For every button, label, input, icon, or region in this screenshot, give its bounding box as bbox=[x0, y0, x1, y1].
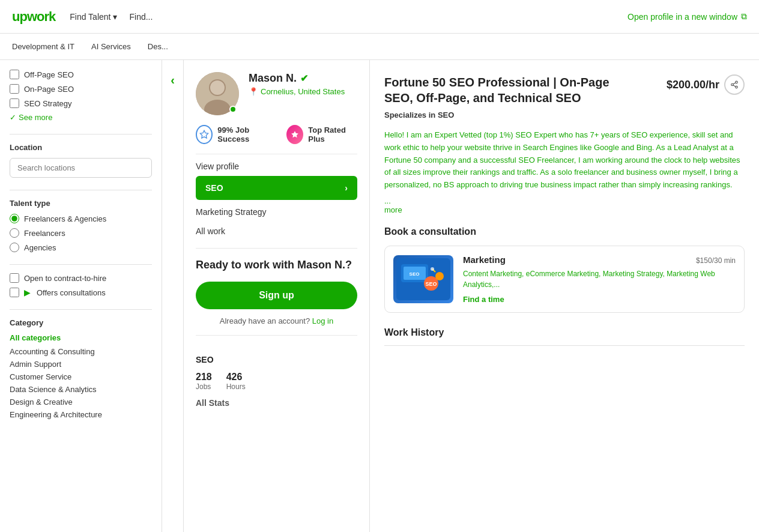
profile-name: Mason N. ✔ bbox=[249, 72, 357, 85]
consult-thumbnail: SEO SEO bbox=[393, 255, 453, 303]
svg-point-6 bbox=[736, 86, 738, 88]
open-profile-link[interactable]: Open profile in a new window ⧉ bbox=[627, 11, 747, 22]
all-stats-link[interactable]: All Stats bbox=[196, 398, 357, 408]
video-icon: ▶ bbox=[24, 288, 31, 297]
specializes: Specializes in SEO bbox=[384, 110, 745, 119]
profile-location: 📍 Cornelius, United States bbox=[249, 87, 357, 96]
all-work-link[interactable]: All work bbox=[196, 224, 357, 238]
svg-point-5 bbox=[731, 83, 734, 86]
contract-to-hire-checkbox[interactable]: Open to contract-to-hire bbox=[10, 273, 152, 283]
category-section: Category All categories Accounting & Con… bbox=[10, 318, 152, 419]
secondary-nav-design[interactable]: Des... bbox=[148, 42, 168, 51]
stats-row: 218 Jobs 426 Hours bbox=[196, 372, 357, 391]
talent-type-section: Talent type Freelancers & Agencies Freel… bbox=[10, 199, 152, 252]
on-page-seo-checkbox[interactable]: On-Page SEO bbox=[10, 84, 152, 94]
consult-price: $150/30 min bbox=[696, 255, 736, 265]
see-more-button[interactable]: ✓ See more bbox=[10, 113, 152, 122]
consultation-title: Book a consultation bbox=[384, 226, 745, 237]
stats-label: SEO bbox=[196, 355, 357, 364]
svg-point-4 bbox=[736, 81, 738, 83]
work-history-title: Work History bbox=[384, 327, 745, 346]
work-history-section: Work History bbox=[384, 327, 745, 346]
svg-text:SEO: SEO bbox=[410, 271, 420, 277]
secondary-nav-ai[interactable]: AI Services bbox=[91, 42, 131, 51]
main-layout: Off-Page SEO On-Page SEO SEO Strategy ✓ … bbox=[0, 60, 759, 532]
location-search-input[interactable] bbox=[10, 158, 152, 178]
chevron-right-icon: › bbox=[345, 183, 348, 193]
profile-nav: View profile SEO › Marketing Strategy Al… bbox=[196, 162, 357, 238]
svg-point-15 bbox=[435, 272, 444, 280]
contract-options-section: Open to contract-to-hire ▶ Offers consul… bbox=[10, 273, 152, 297]
ready-to-work-section: Ready to work with Mason N.? Sign up Alr… bbox=[196, 248, 357, 336]
back-icon[interactable]: ‹ bbox=[171, 73, 175, 87]
location-section: Location bbox=[10, 143, 152, 178]
secondary-nav-dev[interactable]: Development & IT bbox=[12, 42, 74, 51]
upwork-logo: upwork bbox=[12, 9, 55, 25]
consult-thumb-visual: SEO SEO bbox=[393, 255, 453, 303]
share-button[interactable] bbox=[724, 74, 745, 95]
location-pin-icon: 📍 bbox=[249, 87, 258, 96]
top-rated-icon bbox=[286, 125, 303, 144]
freelancers-radio[interactable]: Freelancers bbox=[10, 228, 152, 238]
avatar-wrap bbox=[196, 72, 239, 115]
profile-info: Mason N. ✔ 📍 Cornelius, United States bbox=[249, 72, 357, 96]
ready-title: Ready to work with Mason N.? bbox=[196, 258, 357, 272]
job-success-badge: 99% Job Success bbox=[196, 125, 274, 144]
off-page-seo-checkbox[interactable]: Off-Page SEO bbox=[10, 70, 152, 79]
signup-button[interactable]: Sign up bbox=[196, 282, 357, 309]
svg-text:SEO: SEO bbox=[425, 281, 437, 287]
secondary-nav: Development & IT AI Services Des... bbox=[0, 34, 759, 60]
overlay-container: ‹ bbox=[162, 60, 759, 532]
chevron-down-icon: ✓ bbox=[10, 113, 16, 122]
offers-consultations-checkbox[interactable]: ▶ Offers consultations bbox=[10, 288, 152, 297]
profile-panel: Mason N. ✔ 📍 Cornelius, United States bbox=[184, 60, 370, 532]
all-categories-header[interactable]: All categories bbox=[10, 333, 152, 342]
admin-category[interactable]: Admin Support bbox=[10, 360, 152, 369]
marketing-strategy-link[interactable]: Marketing Strategy bbox=[196, 205, 357, 219]
chevron-down-icon: ▾ bbox=[113, 12, 117, 22]
top-rated-badge: Top Rated Plus bbox=[286, 125, 357, 144]
profile-header: Mason N. ✔ 📍 Cornelius, United States bbox=[196, 72, 357, 115]
find-talent-nav[interactable]: Find Talent ▾ bbox=[70, 12, 117, 22]
left-sidebar: Off-Page SEO On-Page SEO SEO Strategy ✓ … bbox=[0, 60, 162, 532]
svg-point-3 bbox=[210, 80, 225, 95]
customer-service-category[interactable]: Customer Service bbox=[10, 372, 152, 381]
agencies-radio[interactable]: Agencies bbox=[10, 243, 152, 252]
verified-icon: ✔ bbox=[300, 73, 308, 84]
jobs-stat: 218 Jobs bbox=[196, 372, 212, 391]
category-title: Category bbox=[10, 318, 152, 327]
location-title: Location bbox=[10, 143, 152, 152]
login-section: Already have an account? Log in bbox=[196, 316, 357, 325]
freelancers-agencies-radio[interactable]: Freelancers & Agencies bbox=[10, 214, 152, 223]
engineering-category[interactable]: Engineering & Architecture bbox=[10, 410, 152, 419]
data-science-category[interactable]: Data Science & Analytics bbox=[10, 385, 152, 394]
design-creative-category[interactable]: Design & Creative bbox=[10, 397, 152, 407]
badges-row: 99% Job Success Top Rated Plus bbox=[196, 125, 357, 144]
bio-ellipsis: ... bbox=[384, 196, 745, 205]
svg-line-7 bbox=[733, 85, 736, 86]
find-time-button[interactable]: Find a time bbox=[463, 295, 736, 304]
freelancer-title-row: Fortune 50 SEO Professional | On-Page SE… bbox=[384, 74, 745, 106]
talent-type-title: Talent type bbox=[10, 199, 152, 208]
skills-section: Off-Page SEO On-Page SEO SEO Strategy ✓ … bbox=[10, 70, 152, 122]
bio-more-link[interactable]: more bbox=[384, 205, 745, 214]
find-nav[interactable]: Find... bbox=[129, 12, 153, 22]
consult-header: Marketing $150/30 min bbox=[463, 255, 736, 265]
svg-point-17 bbox=[431, 267, 434, 271]
svg-line-8 bbox=[733, 83, 736, 84]
freelancer-title: Fortune 50 SEO Professional | On-Page SE… bbox=[384, 74, 637, 106]
consult-info: Marketing $150/30 min Content Marketing,… bbox=[463, 255, 736, 304]
consultation-section: Book a consultation SEO SEO bbox=[384, 226, 745, 313]
consult-tags: Content Marketing, eCommerce Marketing, … bbox=[463, 268, 736, 290]
online-indicator bbox=[229, 106, 237, 113]
right-content: Fortune 50 SEO Professional | On-Page SE… bbox=[370, 60, 759, 532]
login-link[interactable]: Log in bbox=[312, 316, 333, 325]
hours-stat: 426 Hours bbox=[226, 372, 246, 391]
consultation-card: SEO SEO Marketing bbox=[384, 246, 745, 313]
seo-strategy-checkbox[interactable]: SEO Strategy bbox=[10, 98, 152, 108]
view-profile-link[interactable]: View profile bbox=[196, 162, 357, 171]
accounting-category[interactable]: Accounting & Consulting bbox=[10, 347, 152, 356]
job-success-icon bbox=[196, 125, 213, 144]
seo-nav-active[interactable]: SEO › bbox=[196, 176, 357, 200]
back-arrow-panel: ‹ bbox=[162, 60, 184, 532]
